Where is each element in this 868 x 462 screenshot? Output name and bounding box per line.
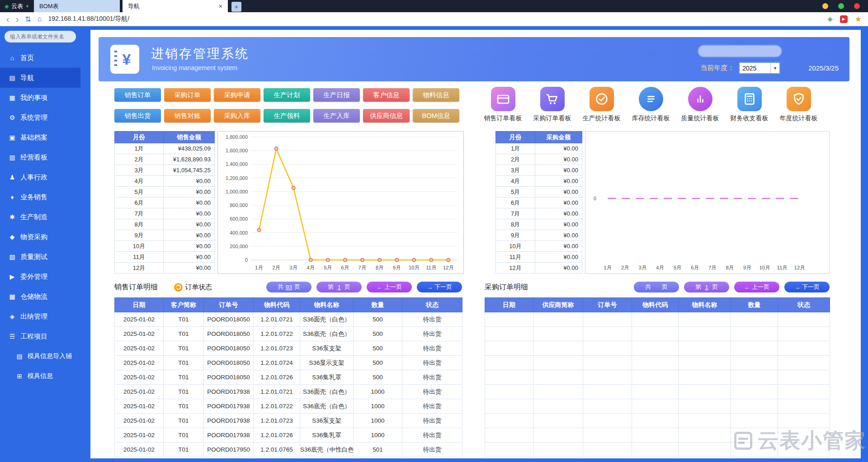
purchase-inbound-button[interactable]: 采购入库 — [214, 109, 260, 123]
sidebar-item-hr-admin[interactable]: ♟人事行政 — [0, 167, 80, 187]
quality-stat-board[interactable]: 质量统计看板 — [675, 87, 725, 123]
sales-shipment-button[interactable]: 销售出货 — [114, 109, 161, 123]
sidebar-item-sales[interactable]: ♦业务销售 — [0, 187, 80, 207]
home-icon[interactable]: ⌂ — [38, 15, 42, 23]
table-row[interactable]: 7月¥0.00 — [496, 208, 582, 219]
table-row[interactable]: 5月¥0.00 — [115, 187, 215, 198]
table-row[interactable]: 2025-01-02T01POORD0179381.2.01.0723S36泵支… — [115, 414, 462, 428]
table-row[interactable]: 1月¥0.00 — [496, 143, 582, 154]
table-row[interactable]: 8月¥0.00 — [115, 219, 215, 230]
table-row[interactable]: 9月¥0.00 — [115, 230, 215, 241]
sidebar-item-system-admin[interactable]: ⚙系统管理 — [0, 108, 80, 127]
table-row[interactable]: 2025-01-02T01POORD0179381.2.01.0726S36集乳… — [115, 428, 462, 443]
year-select[interactable]: 2025 ▼ — [739, 62, 780, 74]
forward-icon[interactable]: › — [16, 14, 19, 24]
table-row[interactable]: 9月¥0.00 — [496, 230, 582, 241]
table-row[interactable]: 1月¥438,025.09 — [115, 143, 215, 154]
inventory-stat-board[interactable]: 库存统计看板 — [626, 87, 675, 123]
table-row[interactable]: 7月¥0.00 — [115, 208, 215, 219]
purchase-order-button[interactable]: 采购订单 — [164, 88, 211, 102]
next-page-button[interactable]: → 下一页 — [784, 282, 830, 292]
sidebar-item-production[interactable]: ✱生产制造 — [0, 207, 80, 227]
material-info-button[interactable]: 物料信息 — [413, 88, 459, 102]
current-page-button[interactable]: 第 1 页 — [316, 282, 362, 292]
back-icon[interactable]: ‹ — [6, 14, 9, 24]
sidebar-item-mold-info[interactable]: ⊞模具信息 — [0, 366, 80, 386]
table-row[interactable]: 3月¥0.00 — [496, 165, 582, 176]
app-menu[interactable]: ◈ 云表 ▼ — [0, 0, 34, 12]
total-pages-button[interactable]: 共 页 — [634, 282, 679, 292]
table-row[interactable]: 2025-01-02T01POORD0180501.2.01.0721S36面壳… — [115, 312, 462, 327]
table-row[interactable]: 6月¥0.00 — [115, 198, 215, 208]
refresh-icon[interactable]: ⇅ — [25, 15, 31, 24]
table-row[interactable]: 2月¥1,628,890.93 — [115, 154, 215, 165]
current-page-button[interactable]: 第 1 页 — [684, 282, 729, 292]
table-row[interactable]: 2025-01-02T01POORD0180501.2.01.0723S36泵支… — [115, 341, 462, 356]
bom-info-button[interactable]: BOM信息 — [413, 109, 459, 123]
production-stat-board[interactable]: 生产统计看板 — [577, 87, 626, 123]
production-pick-button[interactable]: 生产领料 — [264, 109, 310, 123]
purchase-request-button[interactable]: 采购申请 — [214, 88, 260, 102]
tab-close-icon[interactable]: × — [219, 3, 222, 10]
sales-reconcile-button[interactable]: 销售对账 — [164, 109, 211, 123]
sidebar-item-procurement[interactable]: ◆物资采购 — [0, 227, 80, 247]
table-row[interactable]: 3月¥1,054,745.25 — [115, 165, 215, 176]
purchase-order-board[interactable]: 采购订单看板 — [528, 87, 577, 123]
table-row[interactable]: 2025-01-02T01POORD0180501.2.01.0726S36集乳… — [115, 370, 462, 385]
sidebar-item-my-tasks[interactable]: ▦我的事项 — [0, 88, 80, 108]
prev-page-button[interactable]: ← 上一页 — [367, 282, 412, 292]
table-row[interactable]: 11月¥0.00 — [496, 252, 582, 263]
supplier-info-button[interactable]: 供应商信息 — [363, 109, 410, 123]
production-inbound-button[interactable]: 生产入库 — [313, 109, 360, 123]
customer-info-button[interactable]: 客户信息 — [363, 88, 410, 102]
sidebar-item-warehouse[interactable]: ▩仓储物流 — [0, 287, 80, 306]
production-plan-button[interactable]: 生产计划 — [264, 88, 310, 102]
table-row[interactable]: 2025-01-02T01POORD0179501.2.01.0765S36底壳… — [115, 443, 462, 457]
table-row[interactable]: 2025-01-02T01POORD0179381.2.01.0721S36面壳… — [115, 385, 462, 399]
tab-bom[interactable]: BOM表 — [34, 0, 120, 12]
sidebar-item-outsourcing[interactable]: ▶委外管理 — [0, 267, 80, 287]
sidebar-search-input[interactable] — [5, 31, 76, 42]
table-cell — [583, 327, 632, 341]
table-row[interactable]: 11月¥0.00 — [115, 252, 215, 263]
production-daily-button[interactable]: 生产日报 — [313, 88, 360, 102]
table-row[interactable]: 2月¥0.00 — [496, 154, 582, 165]
annual-stat-board[interactable]: 年度统计看板 — [774, 87, 823, 123]
sidebar-item-engineering[interactable]: ☰工程项目 — [0, 326, 80, 346]
maximize-button[interactable] — [838, 3, 844, 9]
table-row[interactable]: 2025-01-02T01POORD0180501.2.01.0722S36底壳… — [115, 327, 462, 341]
close-button[interactable] — [854, 3, 860, 9]
sidebar-item-base-archives[interactable]: ▣基础档案 — [0, 127, 80, 147]
total-pages-button[interactable]: 共 93 页 — [266, 282, 311, 292]
minimize-button[interactable] — [822, 3, 828, 9]
tab-navigation[interactable]: 导航 × — [123, 0, 228, 12]
table-row[interactable]: 8月¥0.00 — [496, 219, 582, 230]
prev-page-button[interactable]: ← 上一页 — [734, 282, 779, 292]
sidebar-item-home[interactable]: ⌂首页 — [0, 48, 80, 68]
table-row[interactable]: 12月¥0.00 — [115, 263, 215, 273]
bookmark-icon[interactable]: ★ — [855, 14, 862, 24]
sidebar-item-biz-board[interactable]: ▥经营看板 — [0, 147, 80, 167]
sidebar-item-navigation[interactable]: ▤导航 — [0, 68, 80, 88]
url-field[interactable]: 192.168.1.41:88/10001/导航/ — [48, 15, 821, 23]
table-row[interactable]: 10月¥0.00 — [496, 241, 582, 252]
table-row[interactable]: 4月¥0.00 — [115, 176, 215, 187]
sidebar-item-mold-import[interactable]: ▤模具信息导入辅 — [0, 346, 80, 366]
table-row[interactable]: 12月¥0.00 — [496, 263, 582, 273]
table-row[interactable]: 5月¥0.00 — [496, 187, 582, 198]
chevron-down-icon[interactable]: ▼ — [770, 63, 779, 73]
table-row[interactable]: 4月¥0.00 — [496, 176, 582, 187]
new-tab-button[interactable]: + — [231, 2, 241, 12]
sales-order-button[interactable]: 销售订单 — [114, 88, 161, 102]
sidebar-item-cashier[interactable]: ◈出纳管理 — [0, 306, 80, 326]
media-icon[interactable]: ▶ — [840, 15, 848, 23]
sales-order-board[interactable]: 销售订单看板 — [478, 87, 528, 123]
sidebar-item-quality-test[interactable]: ▧质量测试 — [0, 247, 80, 267]
next-page-button[interactable]: → 下一页 — [417, 282, 462, 292]
table-row[interactable]: 2025-01-02T01POORD0179381.2.01.0722S36底壳… — [115, 399, 462, 414]
table-row[interactable]: 10月¥0.00 — [115, 241, 215, 252]
table-row[interactable]: 2025-01-02T01POORD0180501.2.01.0724S36显示… — [115, 356, 462, 370]
finance-board[interactable]: 财务收支看板 — [725, 87, 774, 123]
apps-icon[interactable]: ◈ — [827, 15, 833, 23]
table-row[interactable]: 6月¥0.00 — [496, 198, 582, 208]
